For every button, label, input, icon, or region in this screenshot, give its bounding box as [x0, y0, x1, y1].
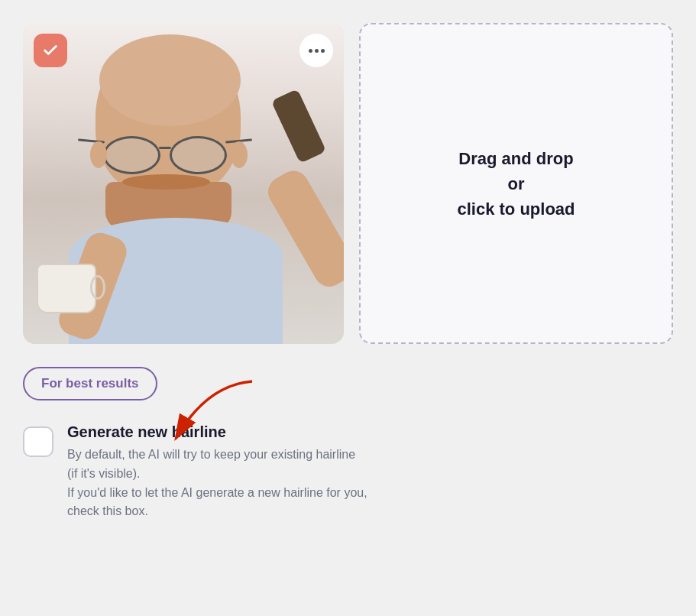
generate-hairline-option: Generate new hairline By default, the AI… [23, 423, 673, 521]
upload-text: Drag and drop or click to upload [457, 146, 575, 222]
generate-hairline-checkbox[interactable] [23, 426, 53, 457]
hairline-option-title: Generate new hairline [67, 423, 673, 441]
hairline-option-description: By default, the AI will try to keep your… [67, 446, 673, 521]
hairline-option-text: Generate new hairline By default, the AI… [67, 423, 673, 521]
more-menu-dots [309, 49, 325, 53]
photo-background [23, 23, 344, 344]
upload-dropzone[interactable]: Drag and drop or click to upload [359, 23, 673, 344]
more-menu-button[interactable] [299, 34, 333, 67]
top-section: Drag and drop or click to upload [23, 23, 673, 344]
bottom-section: For best results Generate new hairline B… [23, 367, 673, 521]
uploaded-image-card [23, 23, 344, 344]
check-badge[interactable] [34, 34, 67, 67]
best-results-button[interactable]: For best results [23, 367, 157, 400]
